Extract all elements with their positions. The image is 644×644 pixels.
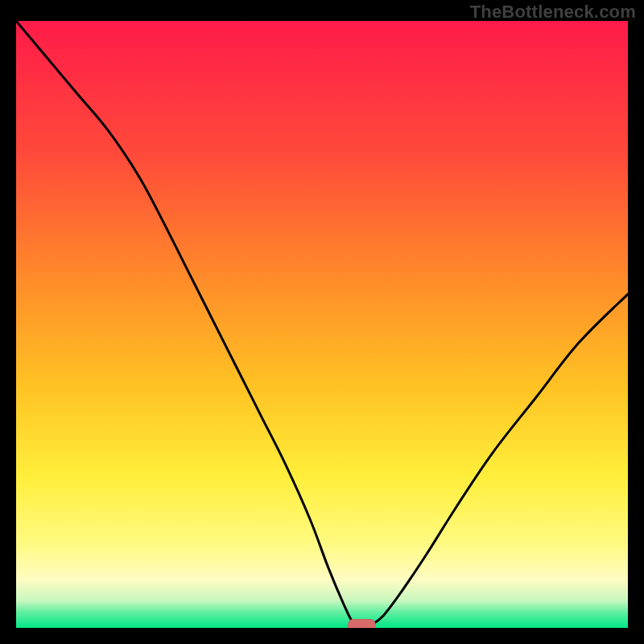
bottleneck-marker — [349, 619, 375, 628]
chart-svg — [16, 21, 628, 628]
chart-frame: TheBottleneck.com — [0, 0, 644, 644]
plot-area — [16, 21, 628, 628]
gradient-rect — [16, 21, 628, 628]
attribution-text: TheBottleneck.com — [470, 2, 636, 23]
